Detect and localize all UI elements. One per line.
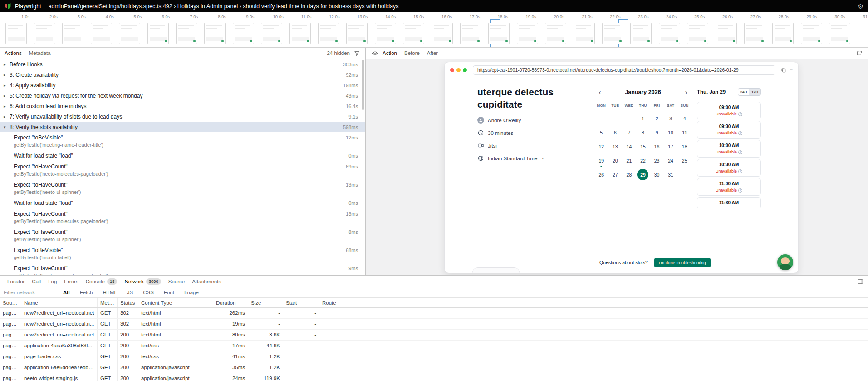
help-circle-icon[interactable]: ? [738, 188, 742, 193]
calendar-day[interactable]: 3 [664, 111, 678, 125]
calendar-day[interactable]: 10 [664, 125, 678, 139]
timeline-thumbnail[interactable] [233, 23, 254, 44]
timeline-thumbnail[interactable] [801, 23, 822, 44]
network-row[interactable]: page#1application-6ae6dd4ea7edd1...GET20… [0, 362, 868, 373]
timeline-thumbnail[interactable] [488, 23, 510, 44]
action-item[interactable]: ▸4: Apply availability198ms [0, 80, 365, 90]
calendar-next-icon[interactable]: › [682, 89, 690, 96]
timeline-thumbnail[interactable] [432, 23, 453, 44]
timeline-thumbnail[interactable] [5, 23, 27, 44]
action-step[interactable]: Expect "toHaveCount"69msgetByTestId('nee… [0, 161, 365, 179]
timeline-thumbnail[interactable] [346, 23, 368, 44]
calendar-day[interactable]: 7 [622, 125, 636, 139]
tab-action[interactable]: Action [383, 50, 397, 56]
format-24h-button[interactable]: 24H [738, 89, 750, 95]
timeline-thumbnail[interactable] [176, 23, 197, 44]
help-circle-icon[interactable]: ? [738, 150, 742, 154]
filter-option-all[interactable]: All [63, 290, 70, 295]
calendar-day[interactable]: 21 [622, 153, 636, 168]
calendar-day[interactable]: 2 [650, 111, 664, 125]
network-row[interactable]: page#1neeto-widget-staging.jsGET200appli… [0, 373, 868, 381]
tab-source[interactable]: Source [165, 276, 188, 287]
column-header-size[interactable]: Size [248, 298, 283, 307]
timeline-thumbnail[interactable] [261, 23, 282, 44]
calendar-day[interactable]: 17 [664, 139, 678, 153]
sidebar-toggle-icon[interactable] [856, 277, 864, 286]
network-row[interactable]: page#1application-4aca6a308cf53f...GET20… [0, 341, 868, 351]
calendar-day[interactable]: 25 [677, 153, 691, 168]
action-item[interactable]: ▸5: Create holiday via request for the n… [0, 90, 365, 101]
calendar-day[interactable]: 29 [636, 168, 650, 182]
column-header-duration[interactable]: Duration [213, 298, 248, 307]
column-header-start[interactable]: Start [283, 298, 319, 307]
filter-option-image[interactable]: Image [184, 290, 199, 295]
calendar-day[interactable]: 1 [636, 111, 650, 125]
support-widget-avatar[interactable] [777, 254, 793, 270]
pick-locator-icon[interactable] [371, 49, 379, 57]
timeline-thumbnail[interactable] [91, 23, 112, 44]
timeline-thumbnail[interactable] [375, 23, 396, 44]
settings-gear-icon[interactable]: ⚙ [858, 3, 863, 10]
calendar-day[interactable]: 5 [594, 125, 608, 139]
time-slot[interactable]: 11:30 AM [697, 197, 761, 208]
column-header-method[interactable]: Method [98, 298, 118, 307]
open-external-icon[interactable] [855, 49, 863, 57]
calendar-day[interactable]: 22 [636, 153, 650, 168]
timeline-thumbnail[interactable] [574, 23, 595, 44]
action-step[interactable]: Expect "toHaveCount"13msgetByTestId('nee… [0, 179, 365, 198]
time-slot[interactable]: 10:00 AMUnavailable? [697, 140, 761, 158]
timeline-thumbnail[interactable] [204, 23, 226, 44]
tab-errors[interactable]: Errors [60, 276, 82, 287]
help-circle-icon[interactable]: ? [738, 169, 742, 173]
tab-log[interactable]: Log [44, 276, 60, 287]
timeline-thumbnail[interactable] [602, 23, 623, 44]
timeline-thumbnail[interactable] [744, 23, 765, 44]
calendar-day[interactable]: 20 [608, 153, 623, 168]
network-row[interactable]: page#1page-loader.cssGET200text/css41ms1… [0, 351, 868, 362]
calendar-day[interactable]: 11 [677, 125, 691, 139]
calendar-day[interactable]: 9 [650, 125, 664, 139]
timeline-thumbnail[interactable] [630, 23, 652, 44]
action-item[interactable]: ▸3: Create availability92ms [0, 69, 365, 80]
tab-after[interactable]: After [427, 50, 438, 56]
timeline-thumbnail[interactable] [318, 23, 339, 44]
timeline-thumbnail[interactable] [687, 23, 708, 44]
network-row[interactable]: page#1new?redirect_uri=neetocal.n...GET3… [0, 319, 868, 330]
format-12h-button[interactable]: 12H [749, 89, 760, 95]
action-step[interactable]: Wait for load state "load"0ms [0, 198, 365, 208]
help-circle-icon[interactable]: ? [738, 131, 742, 135]
done-troubleshooting-button[interactable]: I'm done troubleshooting [654, 258, 711, 267]
tab-metadata[interactable]: Metadata [29, 50, 51, 56]
hidden-count[interactable]: 24 hidden [327, 50, 350, 56]
action-step[interactable]: Expect "toHaveCount"8msgetByTestId('neet… [0, 227, 365, 245]
column-header-route[interactable]: Route [319, 298, 868, 307]
timeline-thumbnail[interactable] [772, 23, 794, 44]
filter-option-font[interactable]: Font [164, 290, 174, 295]
filter-option-js[interactable]: JS [127, 290, 133, 295]
calendar-prev-icon[interactable]: ‹ [596, 89, 603, 96]
action-step[interactable]: Expect "toHaveCount"13msgetByTestId('nee… [0, 208, 365, 227]
action-item[interactable]: ▾8: Verify the slots availability598ms [0, 122, 365, 132]
action-step[interactable]: Wait for load state "load"0ms [0, 150, 365, 161]
filter-funnel-icon[interactable] [353, 49, 361, 57]
filter-option-html[interactable]: HTML [103, 290, 117, 295]
time-slot[interactable]: 11:00 AMUnavailable? [697, 178, 761, 196]
network-row[interactable]: page#1new?redirect_uri=neetocal.netGET20… [0, 330, 868, 341]
tab-actions[interactable]: Actions [5, 50, 22, 56]
calendar-day[interactable]: 31 [664, 168, 678, 182]
timezone-selector[interactable]: Indian Standard Time ▾ [477, 155, 575, 162]
action-item[interactable]: ▸6: Add custom lead time in days16.4s [0, 101, 365, 111]
copy-url-icon[interactable] [781, 68, 786, 73]
help-circle-icon[interactable]: ? [738, 112, 742, 116]
calendar-day[interactable]: 28 [622, 168, 636, 182]
action-step[interactable]: Expect "toHaveCount"9msgetByTestId('neet… [0, 263, 365, 275]
timeline-thumbnail[interactable] [517, 23, 538, 44]
tab-call[interactable]: Call [28, 276, 44, 287]
column-header-name[interactable]: Name [21, 298, 98, 307]
calendar-day[interactable]: 15 [636, 139, 650, 153]
action-step[interactable]: Expect "toBeVisible"12msgetByTestId('mee… [0, 132, 365, 150]
time-ruler[interactable]: 1.0s2.0s3.0s4.0s5.0s6.0s7.0s8.0s9.0s10.0… [0, 12, 868, 20]
calendar-day[interactable]: 6 [608, 125, 623, 139]
tab-attachments[interactable]: Attachments [188, 276, 225, 287]
calendar-day[interactable]: 8 [636, 125, 650, 139]
